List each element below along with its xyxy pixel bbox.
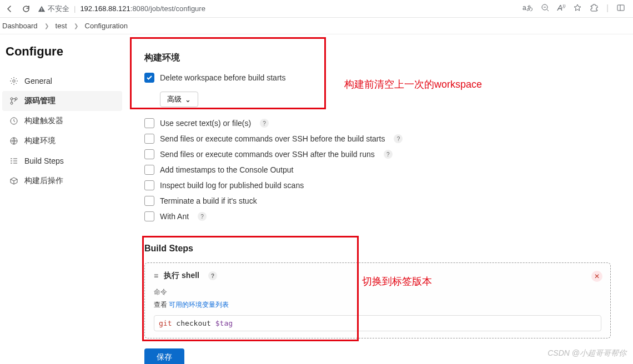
check-label: Send files or execute commands over SSH …	[160, 134, 385, 143]
checkbox-icon[interactable]	[144, 211, 154, 221]
breadcrumb: Dashboard ❯ test ❯ Configuration	[0, 18, 633, 34]
check-terminate[interactable]: Terminate a build if it's stuck	[144, 196, 620, 206]
checkbox-icon[interactable]	[144, 73, 154, 83]
check-label: Inspect build log for published build sc…	[160, 181, 304, 190]
address-bar[interactable]: 不安全 | 192.168.88.121:8080/job/test/confi…	[38, 4, 516, 14]
steps-icon	[9, 156, 19, 166]
checkbox-icon[interactable]	[144, 118, 154, 128]
branch-icon	[9, 96, 19, 106]
breadcrumb-item[interactable]: Dashboard	[2, 22, 38, 30]
check-label: Add timestamps to the Console Output	[160, 165, 293, 174]
remove-step-button[interactable]: ✕	[591, 271, 602, 282]
svg-rect-1	[41, 10, 42, 11]
chevron-right-icon: ❯	[74, 23, 78, 29]
help-icon[interactable]: ?	[198, 212, 207, 221]
gear-icon	[9, 76, 19, 86]
checkbox-icon[interactable]	[144, 196, 154, 206]
checkbox-icon[interactable]	[144, 165, 154, 175]
sidebar-item-label: 源码管理	[24, 96, 56, 106]
translate-icon[interactable]: aあ	[523, 3, 533, 14]
check-with-ant[interactable]: With Ant ?	[144, 211, 620, 221]
annotation-text: 构建前清空上一次的workspace	[344, 78, 482, 91]
shell-command-input[interactable]: git checkout $tag	[154, 315, 601, 331]
svg-rect-3	[617, 5, 624, 11]
sidebar-item-label: 构建环境	[24, 136, 56, 146]
annotation-text: 切换到标签版本	[362, 275, 432, 288]
sidebar-item-post-build[interactable]: 构建后操作	[2, 171, 122, 191]
svg-point-7	[11, 102, 13, 104]
chevron-right-icon: ❯	[44, 23, 49, 29]
browser-toolbar: 不安全 | 192.168.88.121:8080/job/test/confi…	[0, 0, 633, 18]
sidebar-item-env[interactable]: 构建环境	[2, 131, 122, 151]
favorite-icon[interactable]	[573, 3, 582, 14]
chevron-down-icon: ⌄	[185, 95, 191, 104]
svg-rect-0	[41, 8, 42, 10]
sidebar-item-build-steps[interactable]: Build Steps	[2, 151, 122, 171]
advanced-button[interactable]: 高级 ⌄	[160, 92, 198, 107]
env-vars-hint: 查看 可用的环境变量列表	[154, 300, 601, 310]
svg-point-5	[13, 80, 15, 82]
sidebar-item-general[interactable]: General	[2, 71, 122, 91]
env-vars-link[interactable]: 可用的环境变量列表	[169, 301, 229, 309]
back-icon[interactable]	[4, 4, 14, 14]
refresh-icon[interactable]	[21, 4, 31, 14]
checkbox-icon[interactable]	[144, 149, 154, 159]
checkbox-icon[interactable]	[144, 180, 154, 190]
build-step-card: ≡ 执行 shell ? ✕ 命令 查看 可用的环境变量列表 git check…	[144, 262, 611, 338]
insecure-label: 不安全	[48, 4, 69, 14]
read-aloud-icon[interactable]: A))	[557, 3, 566, 14]
check-secret[interactable]: Use secret text(s) or file(s) ?	[144, 118, 620, 128]
check-label: Use secret text(s) or file(s)	[160, 119, 251, 128]
build-steps-title: Build Steps	[144, 244, 620, 254]
sidebar-item-label: General	[24, 77, 52, 85]
check-label: Delete workspace before build starts	[160, 73, 285, 82]
sidebar-item-scm[interactable]: 源码管理	[2, 91, 122, 111]
help-icon[interactable]: ?	[384, 150, 393, 159]
check-ssh-before[interactable]: Send files or execute commands over SSH …	[144, 134, 620, 144]
clock-icon	[9, 116, 19, 126]
page-title: Configure	[6, 44, 122, 59]
package-icon	[9, 176, 19, 186]
check-label: With Ant	[160, 212, 189, 221]
svg-point-6	[11, 98, 13, 100]
zoom-out-icon[interactable]	[541, 3, 550, 14]
check-timestamps[interactable]: Add timestamps to the Console Output	[144, 165, 620, 175]
drag-handle-icon[interactable]: ≡	[154, 271, 158, 280]
save-button[interactable]: 保存	[144, 348, 184, 364]
sidebar-toggle-icon[interactable]	[616, 3, 625, 14]
sidebar-item-label: 构建后操作	[24, 176, 63, 186]
checkbox-icon[interactable]	[144, 134, 154, 144]
build-env-title: 构建环境	[144, 52, 620, 64]
check-inspect-log[interactable]: Inspect build log for published build sc…	[144, 180, 620, 190]
insecure-badge: 不安全	[38, 4, 69, 14]
help-icon[interactable]: ?	[394, 134, 403, 143]
breadcrumb-item[interactable]: Configuration	[85, 22, 128, 30]
breadcrumb-item[interactable]: test	[56, 22, 67, 30]
check-ssh-after[interactable]: Send files or execute commands over SSH …	[144, 149, 620, 159]
sidebar-item-label: 构建触发器	[24, 116, 63, 126]
step-title: 执行 shell	[164, 271, 199, 281]
help-icon[interactable]: ?	[208, 271, 217, 280]
url-text: 192.168.88.121:8080/job/test/configure	[80, 4, 205, 13]
help-icon[interactable]: ?	[260, 119, 269, 128]
sidebar: Configure General 源码管理 构建触发器 构建环境 Build …	[0, 34, 122, 364]
sidebar-item-label: Build Steps	[24, 156, 64, 165]
command-label: 命令	[154, 287, 601, 297]
extensions-icon[interactable]	[590, 3, 599, 14]
check-label: Terminate a build if it's stuck	[160, 196, 257, 205]
check-label: Send files or execute commands over SSH …	[160, 150, 375, 159]
globe-icon	[9, 136, 19, 146]
sidebar-item-triggers[interactable]: 构建触发器	[2, 111, 122, 131]
